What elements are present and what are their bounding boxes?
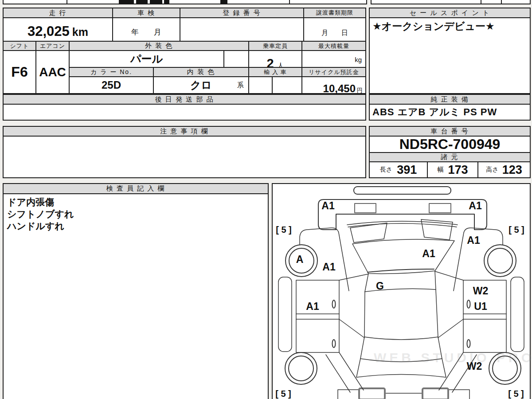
interior-color-name: クロ	[190, 78, 212, 92]
max-load-value: kg	[301, 50, 366, 68]
chassis-number-value: ND5RC-700949	[369, 136, 531, 153]
damage-code: [ 5 ]	[508, 389, 524, 399]
genuine-equipment-header: 純 正 装 備	[369, 94, 531, 105]
mileage-unit: km	[72, 26, 88, 39]
interior-color-header: 内 装 色	[153, 67, 249, 77]
damage-labels: A1A1[ 5 ][ 5 ]A1AA1A1GW2U1A1W2[ 5 ][ 5 ]	[273, 184, 530, 399]
later-parts-header: 後 日 発 送 部 品	[3, 94, 366, 105]
clipped-row-cell	[168, 0, 290, 4]
import-car-cell-b	[272, 76, 302, 94]
clipped-text-fragment	[119, 0, 134, 4]
damage-code: U1	[474, 301, 487, 313]
spec-height-value: 123	[502, 163, 522, 177]
registration-value	[180, 17, 304, 42]
inspector-note-line: ハンドルすれ	[7, 220, 264, 232]
mileage-value: 32,025 km	[3, 17, 113, 42]
clipped-text-fragment	[150, 0, 162, 4]
spec-height-label: 高さ	[486, 166, 498, 174]
clipped-row-cell	[371, 0, 481, 4]
spec-width: 幅 173	[427, 161, 478, 178]
capacity-value: 2 人	[248, 50, 302, 68]
shaken-header: 車 検	[112, 8, 180, 18]
sales-point-value: ★オークションデビュー★	[369, 17, 531, 94]
spec-width-label: 幅	[437, 166, 443, 174]
interior-color-value: クロ 系	[153, 76, 249, 94]
clipped-text-fragment	[136, 0, 148, 4]
caution-notes-value	[3, 136, 366, 178]
later-parts-value	[3, 104, 366, 121]
clipped-text-fragment	[164, 0, 168, 4]
exterior-color-extra-cell	[223, 50, 249, 68]
exterior-color-value: パール	[69, 50, 224, 68]
recycle-deposit-value: 10,450 円	[301, 76, 366, 94]
damage-code: A1	[467, 235, 480, 246]
max-load-unit: kg	[355, 56, 362, 63]
clipped-text-fragment	[220, 0, 227, 4]
damage-code: [ 5 ]	[276, 225, 292, 235]
genuine-equipment-value: ABS エアB アルミ PS PW	[369, 104, 531, 121]
recycle-deposit-number: 10,450	[323, 82, 356, 95]
damage-code: A1	[322, 261, 335, 273]
clipped-row-cell	[501, 0, 531, 4]
damage-code: A1	[306, 301, 319, 313]
damage-code: W2	[467, 360, 482, 372]
shift-value: F6	[3, 50, 36, 94]
inspector-notes-header: 検 査 員 記 入 欄	[3, 183, 269, 194]
mileage-number: 32,025	[27, 23, 70, 39]
sales-point-header: セ ー ル ス ポ イ ン ト	[369, 8, 531, 18]
shift-header: シフト	[3, 41, 36, 51]
spec-height: 高さ 123	[477, 161, 531, 178]
inspector-note-line: シフトノブすれ	[7, 208, 264, 220]
transfer-deadline-value: 月 日	[303, 17, 366, 42]
damage-code: A1	[321, 200, 334, 212]
damage-diagram-box: WEB STUDIO PRO A1A1[ 5 ][ 5 ]A1AA1A1GW2U…	[272, 183, 531, 399]
damage-code: A	[296, 254, 304, 266]
max-load-header: 最大積載量	[301, 41, 366, 51]
capacity-header: 乗車定員	[248, 41, 302, 51]
auction-sheet: { "colors": { "page_bg": "#f1f0ed", "cel…	[0, 0, 532, 399]
spec-length-label: 長さ	[380, 166, 392, 174]
registration-header: 登 録 番 号	[180, 8, 304, 18]
damage-code: A1	[422, 248, 435, 260]
spec-length-value: 391	[397, 163, 417, 177]
aircon-header: エアコン	[35, 41, 70, 51]
recycle-deposit-unit: 円	[357, 86, 363, 94]
aircon-value: AAC	[35, 50, 70, 94]
spec-width-value: 173	[448, 163, 468, 177]
interior-color-suffix: 系	[237, 81, 244, 90]
specs-header: 諸 元	[369, 152, 531, 162]
inspector-notes-body: ドア内張傷 シフトノブすれ ハンドルすれ	[3, 193, 269, 399]
shaken-value: 年 月	[112, 17, 180, 42]
chassis-number-header: 車 台 番 号	[369, 126, 531, 137]
mileage-header: 走 行	[3, 8, 113, 18]
transfer-placeholder: 月 日	[321, 29, 348, 37]
clipped-row-cell	[289, 0, 367, 4]
clipped-row-cell	[481, 0, 502, 4]
damage-code: [ 5 ]	[509, 225, 524, 235]
recycle-deposit-header: リサイクル預託金	[301, 67, 366, 77]
caution-notes-header: 注 意 事 項 欄	[3, 126, 366, 137]
color-no-value: 25D	[69, 76, 154, 94]
inspector-note-line: ドア内張傷	[7, 196, 264, 208]
damage-code: G	[376, 280, 384, 292]
color-no-header: カ ラ ー No.	[69, 67, 154, 77]
shaken-placeholder: 年 月	[131, 27, 161, 37]
exterior-color-header: 外 装 色	[69, 41, 249, 51]
damage-code: W2	[473, 285, 489, 297]
spec-length: 長さ 391	[369, 161, 428, 178]
clipped-row-cell	[3, 0, 67, 4]
damage-code: [ 5 ]	[275, 389, 291, 399]
import-car-header: 輸 入 車	[248, 67, 302, 77]
damage-code: A1	[469, 200, 481, 212]
import-car-cell-a	[248, 76, 273, 94]
transfer-deadline-header: 譲渡書類期限	[303, 8, 366, 18]
